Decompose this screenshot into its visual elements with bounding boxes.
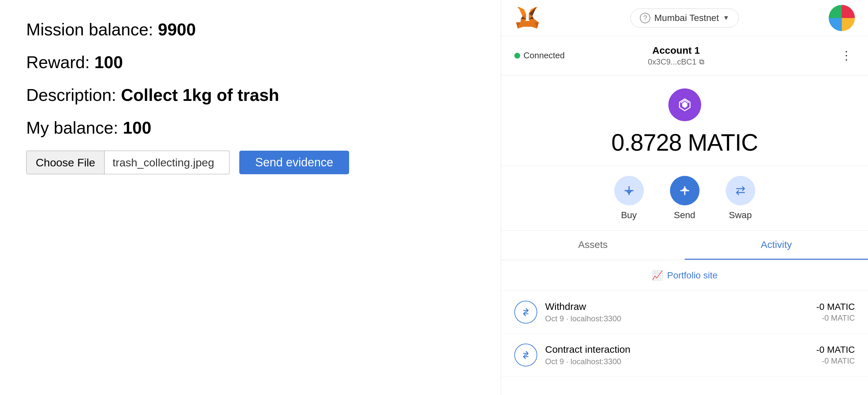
activity-title-withdraw: Withdraw — [545, 301, 808, 312]
metamask-sidebar: ? Mumbai Testnet ▼ Connected Account 1 0… — [501, 0, 868, 395]
account-avatar — [829, 5, 855, 31]
action-buttons: Buy Send Swap — [501, 166, 868, 231]
tabs: Assets Activity — [501, 231, 868, 260]
network-name: Mumbai Testnet — [654, 13, 719, 23]
choose-file-button[interactable]: Choose File — [27, 151, 104, 174]
my-balance-label: My balance: — [26, 118, 118, 137]
sidebar-header: ? Mumbai Testnet ▼ — [501, 0, 868, 36]
activity-tab[interactable]: Activity — [685, 231, 868, 260]
mission-balance-line: Mission balance: 9900 — [26, 20, 475, 39]
file-row: Choose File trash_collecting.jpeg Send e… — [26, 151, 475, 174]
address-text: 0x3C9...cBC1 — [648, 57, 696, 66]
description-line: Description: Collect 1kg of trash — [26, 85, 475, 105]
send-evidence-button[interactable]: Send evidence — [239, 151, 349, 174]
activity-meta-contract: Oct 9 · localhost:3300 — [545, 357, 808, 366]
buy-label: Buy — [621, 210, 637, 221]
activity-meta-withdraw: Oct 9 · localhost:3300 — [545, 314, 808, 323]
activity-item[interactable]: Withdraw Oct 9 · localhost:3300 -0 MATIC… — [501, 291, 868, 334]
copy-icon[interactable]: ⧉ — [699, 58, 705, 66]
mission-balance-label: Mission balance: — [26, 20, 153, 39]
activity-item[interactable]: Contract interaction Oct 9 · localhost:3… — [501, 334, 868, 377]
description-label: Description: — [26, 86, 116, 104]
activity-amount-contract: -0 MATIC -0 MATIC — [816, 344, 855, 365]
matic-token-icon — [669, 89, 701, 121]
activity-details-contract: Contract interaction Oct 9 · localhost:3… — [545, 344, 808, 366]
connected-dot — [514, 53, 520, 59]
reward-label: Reward: — [26, 53, 90, 72]
balance-section: 0.8728 MATIC — [501, 75, 868, 166]
account-info: Connected Account 1 0x3C9...cBC1 ⧉ ⋮ — [501, 36, 868, 75]
reward-line: Reward: 100 — [26, 53, 475, 72]
more-options-button[interactable]: ⋮ — [838, 46, 855, 65]
metamask-logo — [514, 5, 540, 31]
swap-button[interactable]: Swap — [726, 176, 755, 221]
description-value: Collect 1kg of trash — [121, 86, 279, 104]
portfolio-link[interactable]: 📈 Portfolio site — [501, 260, 868, 291]
connected-indicator: Connected — [514, 51, 565, 61]
my-balance-line: My balance: 100 — [26, 118, 475, 138]
portfolio-label: Portfolio site — [667, 270, 717, 281]
balance-amount: 0.8728 MATIC — [611, 129, 758, 156]
my-balance-value: 100 — [123, 118, 151, 137]
portfolio-chart-icon: 📈 — [652, 270, 663, 281]
activity-section: 📈 Portfolio site Withdraw Oct 9 · localh… — [501, 260, 868, 395]
file-name-display: trash_collecting.jpeg — [104, 156, 229, 169]
file-input-wrapper: Choose File trash_collecting.jpeg — [26, 151, 229, 174]
reward-value: 100 — [94, 53, 123, 72]
connected-label: Connected — [524, 51, 565, 61]
activity-title-contract: Contract interaction — [545, 344, 808, 355]
network-selector[interactable]: ? Mumbai Testnet ▼ — [630, 8, 739, 28]
assets-tab[interactable]: Assets — [501, 231, 685, 260]
mission-balance-value: 9900 — [158, 20, 196, 39]
activity-icon-contract — [514, 343, 537, 366]
swap-icon-circle — [726, 176, 755, 205]
buy-button[interactable]: Buy — [614, 176, 644, 221]
activity-icon-withdraw — [514, 301, 537, 324]
activity-amount-withdraw: -0 MATIC -0 MATIC — [816, 302, 855, 323]
main-content: Mission balance: 9900 Reward: 100 Descri… — [0, 0, 501, 395]
send-label: Send — [674, 210, 695, 221]
activity-details-withdraw: Withdraw Oct 9 · localhost:3300 — [545, 301, 808, 323]
help-icon: ? — [640, 13, 650, 23]
chevron-down-icon: ▼ — [723, 14, 730, 22]
swap-label: Swap — [729, 210, 752, 221]
buy-icon-circle — [614, 176, 644, 205]
send-icon-circle — [670, 176, 700, 205]
send-button[interactable]: Send — [670, 176, 700, 221]
